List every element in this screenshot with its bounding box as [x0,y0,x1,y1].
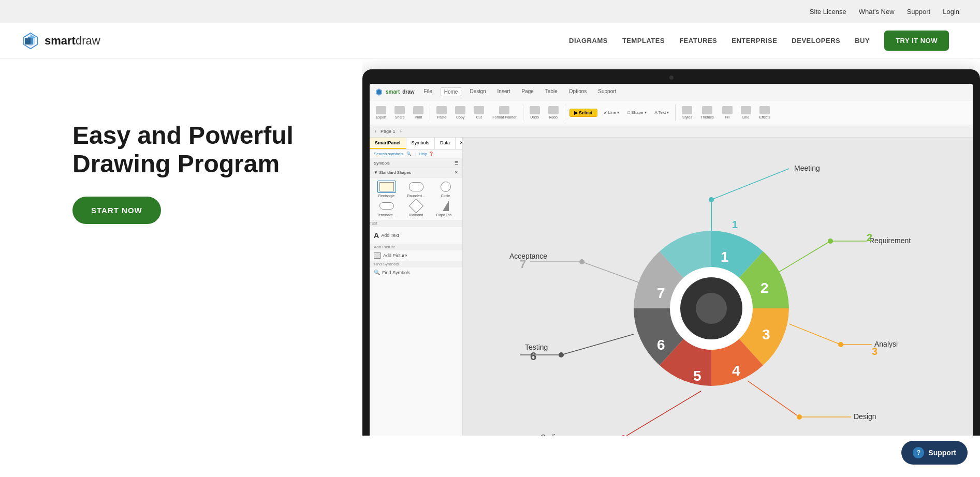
logo-text: smartdraw [45,34,100,48]
picture-section-title: Add Picture [370,244,462,250]
panel-tabs: SmartPanel Symbols Data ✕ [370,138,462,150]
svg-text:1: 1 [732,219,738,230]
add-picture-item[interactable]: Add Picture [370,250,462,261]
symbols-menu-icon[interactable]: ☰ [455,161,458,166]
add-picture-label: Add Picture [383,253,407,258]
toolbar-export[interactable]: Export [374,106,388,119]
svg-text:Design: Design [854,412,876,421]
svg-text:7: 7 [657,285,665,301]
share-icon [394,106,405,114]
panel-search-row: Search symbols 🔍 | Help ❓ [370,150,462,159]
nav-developers[interactable]: DEVELOPERS [792,37,840,44]
nav-templates[interactable]: TEMPLATES [622,37,665,44]
toolbar-themes[interactable]: Themes [698,106,715,119]
redo-icon [548,106,559,114]
support-link[interactable]: Support [907,8,931,16]
rect-shape [379,182,394,191]
nav-buy[interactable]: BUY [855,37,870,44]
shape-terminator[interactable]: Terminate... [373,200,400,217]
menu-options[interactable]: Options [566,87,590,96]
toolbar-share[interactable]: Share [392,106,407,119]
smartpanel-tab[interactable]: SmartPanel [370,138,406,149]
page-1-tab[interactable]: Page 1 [381,129,396,134]
nav-features[interactable]: FEATURES [679,37,717,44]
toolbar-copy[interactable]: Copy [453,106,467,119]
standard-shapes-close[interactable]: ✕ [455,170,458,175]
text-section: A Add Text [370,227,462,244]
puzzle-diagram: 1 2 3 4 5 6 7 1 [478,138,944,436]
symbols-tab[interactable]: Symbols [406,138,435,149]
try-it-now-button[interactable]: TRY IT NOW [884,31,949,51]
help-link[interactable]: Help ❓ [419,152,434,156]
toolbar-fill[interactable]: Fill [720,106,735,119]
app-tabs-bar: › Page 1 + [370,125,973,138]
toolbar-paste[interactable]: Paste [434,106,449,119]
toolbar-cut[interactable]: Cut [472,106,486,119]
symbols-section-title: Symbols ☰ [370,159,462,168]
nav-diagrams[interactable]: DIAGRAMS [569,37,608,44]
start-now-button[interactable]: START NOW [72,197,161,224]
smartpanel: SmartPanel Symbols Data ✕ Search symbols… [370,138,463,436]
menu-support[interactable]: Support [595,87,619,96]
svg-text:1: 1 [721,249,729,265]
svg-text:2: 2 [867,232,872,243]
data-tab[interactable]: Data [435,138,456,149]
shape-circle[interactable]: Circle [432,181,459,198]
app-canvas[interactable]: 1 2 3 4 5 6 7 1 [463,138,973,436]
nav-enterprise[interactable]: ENTERPRISE [732,37,777,44]
menu-home[interactable]: Home [441,87,462,96]
shape-rectangle[interactable]: Rectangle [373,181,400,198]
logo-draw: draw [76,34,100,47]
text-option[interactable]: A Text ▾ [653,110,671,115]
select-button[interactable]: ▶ Select [569,109,597,117]
svg-point-10 [696,293,727,324]
toolbar-line[interactable]: Line [739,106,753,119]
shape-option[interactable]: □ Shape ▾ [625,110,648,115]
toolbar-divider-3 [565,105,565,121]
menu-table[interactable]: Table [542,87,561,96]
circle-preview [436,181,455,193]
site-license-link[interactable]: Site License [810,8,846,16]
support-button[interactable]: ? Support [901,441,968,465]
collapse-icon[interactable]: › [375,129,376,134]
export-icon [376,106,386,114]
toolbar-undo[interactable]: Undo [528,106,542,119]
svg-text:3: 3 [872,346,877,357]
laptop-frame: smartdraw File Home Design Insert Page T… [362,69,980,436]
logo[interactable]: smartdraw [21,31,100,51]
panel-close-button[interactable]: ✕ [456,138,463,149]
menu-insert[interactable]: Insert [494,87,514,96]
toolbar-format-painter[interactable]: Format Painter [490,106,518,119]
toolbar-effects[interactable]: Effects [757,106,772,119]
svg-text:4: 4 [732,363,740,379]
toolbar-redo[interactable]: Redo [546,106,561,119]
terminator-preview [377,200,396,212]
app-toolbar: Export Share Print Paste [370,100,973,125]
paste-icon [436,106,447,114]
shape-rounded[interactable]: Rounded... [402,181,430,198]
line-option[interactable]: ↙ Line ▾ [602,110,622,115]
svg-text:3: 3 [762,326,770,342]
login-link[interactable]: Login [943,8,959,16]
toolbar-print[interactable]: Print [411,106,426,119]
standard-shapes-label: ▼ Standard Shapes [374,170,411,175]
shape-triangle[interactable]: Right Tris... [432,200,459,217]
add-page-icon[interactable]: + [400,129,402,134]
hero-title-line2: Drawing Program [72,150,280,177]
menu-page[interactable]: Page [519,87,537,96]
menu-file[interactable]: File [421,87,435,96]
find-symbols-item[interactable]: 🔍 Find Symbols [370,267,462,277]
picture-icon [374,252,381,259]
add-text-item[interactable]: A Add Text [374,229,458,242]
shape-diamond[interactable]: Diamond [402,200,430,217]
cut-icon [474,106,484,114]
effects-icon [759,106,770,114]
search-symbols-link[interactable]: Search symbols [374,152,403,156]
menu-design[interactable]: Design [466,87,489,96]
find-symbols-label: Find Symbols [382,270,411,275]
diamond-shape [408,199,423,213]
toolbar-divider-2 [523,105,523,121]
toolbar-styles[interactable]: Styles [680,106,694,119]
triangle-label: Right Tris... [436,213,455,217]
whats-new-link[interactable]: What's New [859,8,895,16]
